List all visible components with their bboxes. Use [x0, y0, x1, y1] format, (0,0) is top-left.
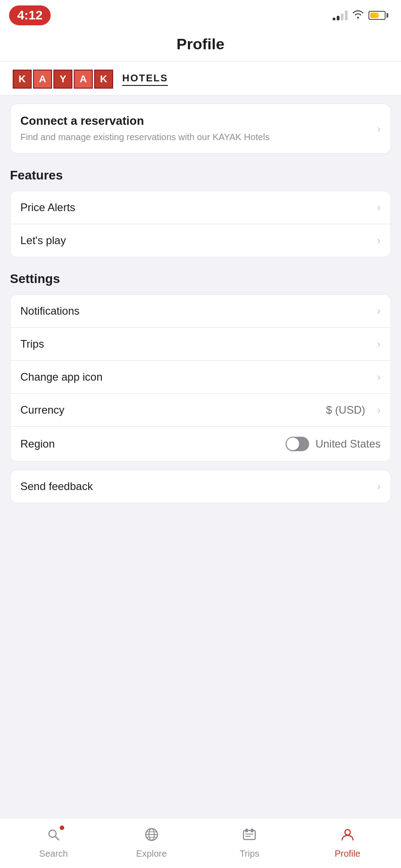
price-alerts-chevron: › — [377, 201, 381, 214]
connect-reservation-chevron: › — [377, 123, 381, 135]
send-feedback-card[interactable]: Send feedback › — [10, 470, 391, 503]
wifi-icon — [352, 9, 364, 21]
kayak-logo-k1: K — [13, 70, 32, 89]
lets-play-right: › — [370, 234, 381, 247]
nav-item-profile[interactable]: Profile — [325, 826, 370, 859]
kayak-logo-a1: A — [33, 70, 52, 89]
status-time: 4:12 — [9, 5, 51, 25]
search-nav-icon — [45, 826, 62, 846]
currency-value: $ (USD) — [326, 404, 365, 416]
settings-card: Notifications › Trips › Change app icon … — [10, 294, 391, 462]
svg-rect-11 — [245, 836, 251, 837]
currency-item[interactable]: Currency $ (USD) › — [10, 393, 391, 426]
status-icons: ⚡ — [333, 9, 388, 21]
kayak-logo: K A Y A K — [13, 70, 113, 89]
trips-settings-label: Trips — [20, 338, 44, 350]
region-item[interactable]: Region United States — [10, 426, 391, 461]
connect-reservation-desc: Find and manage existing reservations wi… — [20, 131, 270, 143]
price-alerts-item[interactable]: Price Alerts › — [10, 191, 391, 224]
region-right: United States — [286, 437, 381, 451]
notifications-item[interactable]: Notifications › — [10, 295, 391, 327]
toggle-thumb — [286, 438, 299, 450]
change-app-icon-label: Change app icon — [20, 371, 102, 383]
region-value: United States — [315, 438, 381, 450]
kayak-logo-k2: K — [94, 70, 113, 89]
page-title-bar: Profile — [0, 29, 401, 61]
connect-reservation-title: Connect a reservation — [20, 114, 270, 128]
svg-line-1 — [55, 836, 59, 840]
explore-nav-icon — [143, 826, 160, 846]
hotels-label: HOTELS — [122, 72, 168, 86]
profile-nav-icon — [339, 826, 356, 846]
features-heading: Features — [10, 168, 391, 183]
region-label: Region — [20, 438, 55, 450]
signal-icon — [333, 10, 348, 20]
features-card: Price Alerts › Let's play › — [10, 191, 391, 257]
settings-heading: Settings — [10, 272, 391, 286]
send-feedback-chevron: › — [377, 480, 381, 493]
content-area: Connect a reservation Find and manage ex… — [0, 104, 401, 557]
notifications-right: › — [370, 305, 381, 317]
connect-reservation-text: Connect a reservation Find and manage ex… — [20, 114, 270, 143]
lets-play-label: Let's play — [20, 234, 66, 247]
svg-rect-8 — [245, 829, 248, 832]
svg-rect-9 — [251, 829, 253, 832]
svg-point-12 — [345, 830, 350, 835]
status-bar: 4:12 ⚡ — [0, 0, 401, 29]
lets-play-chevron: › — [377, 234, 381, 247]
currency-chevron: › — [377, 404, 381, 416]
trips-nav-icon — [241, 826, 258, 846]
currency-label: Currency — [20, 404, 64, 416]
search-badge — [59, 825, 65, 831]
change-app-icon-item[interactable]: Change app icon › — [10, 360, 391, 393]
lets-play-item[interactable]: Let's play › — [10, 224, 391, 257]
bottom-nav: Search Explore Trips — [0, 818, 401, 868]
trips-item[interactable]: Trips › — [10, 327, 391, 360]
price-alerts-right: › — [370, 201, 381, 214]
nav-label-trips: Trips — [239, 849, 259, 859]
change-app-icon-chevron: › — [377, 371, 381, 383]
page-title: Profile — [0, 35, 401, 53]
kayak-header: K A Y A K HOTELS — [0, 61, 401, 95]
nav-item-explore[interactable]: Explore — [129, 826, 174, 859]
nav-label-profile: Profile — [334, 849, 360, 859]
region-toggle[interactable] — [286, 437, 309, 451]
send-feedback-label: Send feedback — [20, 480, 93, 493]
nav-item-search[interactable]: Search — [31, 826, 76, 859]
notifications-chevron: › — [377, 305, 381, 317]
nav-label-search: Search — [39, 849, 68, 859]
trips-right: › — [370, 338, 381, 350]
currency-right: $ (USD) › — [326, 404, 381, 416]
nav-label-explore: Explore — [136, 849, 167, 859]
svg-rect-7 — [243, 830, 255, 840]
svg-rect-10 — [245, 834, 253, 835]
trips-chevron: › — [377, 338, 381, 350]
nav-item-trips[interactable]: Trips — [227, 826, 272, 859]
price-alerts-label: Price Alerts — [20, 201, 75, 214]
change-app-icon-right: › — [370, 371, 381, 383]
notifications-label: Notifications — [20, 305, 80, 317]
connect-reservation-card[interactable]: Connect a reservation Find and manage ex… — [10, 104, 391, 154]
kayak-logo-a2: A — [74, 70, 93, 89]
connect-reservation-row[interactable]: Connect a reservation Find and manage ex… — [10, 104, 391, 153]
kayak-logo-y: Y — [53, 70, 72, 89]
battery-icon: ⚡ — [368, 11, 388, 20]
